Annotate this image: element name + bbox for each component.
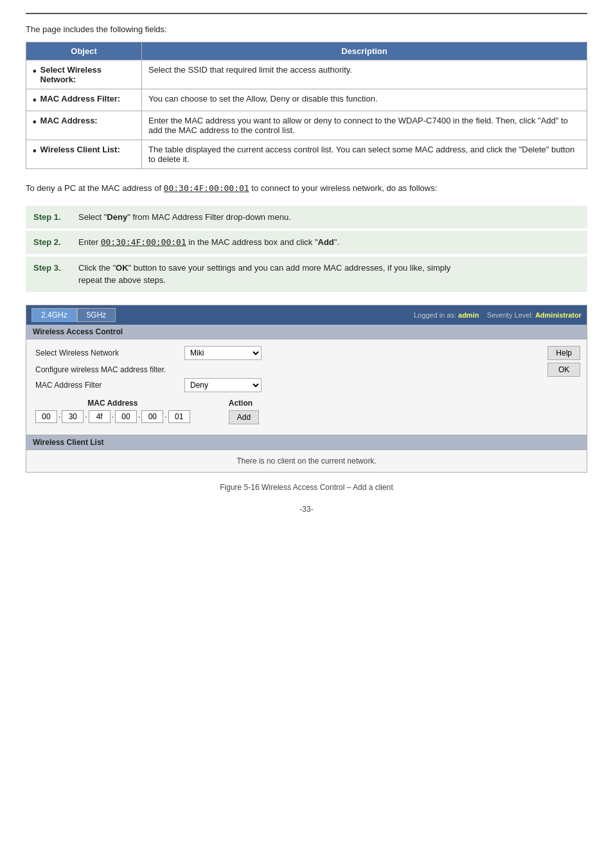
- step-2-mac: 00:30:4F:00:00:01: [101, 237, 186, 247]
- mac-filter-row: MAC Address Filter Deny: [35, 378, 578, 392]
- select-network-row: Select Wireless Network Miki: [35, 346, 578, 360]
- table-row: • Wireless Client List: The table displa…: [26, 140, 587, 169]
- mac-octet-1[interactable]: [35, 410, 57, 423]
- description-cell: The table displayed the current access c…: [142, 140, 587, 169]
- logged-in-info: Logged in as: admin Severity Level: Admi…: [414, 311, 582, 319]
- mac-octet-4[interactable]: [115, 410, 137, 423]
- step-1-row: Step 1. Select "Deny" from MAC Address F…: [26, 206, 587, 229]
- table-row: • MAC Address Filter: You can choose to …: [26, 89, 587, 111]
- router-panel: 2.4GHz 5GHz Logged in as: admin Severity…: [26, 305, 587, 473]
- side-buttons: Help OK: [547, 346, 580, 377]
- step-3-row: Step 3. Click the "OK" button to save yo…: [26, 257, 587, 292]
- step-2-label: Step 2.: [33, 236, 78, 249]
- bullet-icon: •: [33, 94, 37, 106]
- step-2-content: Enter 00:30:4F:00:00:01 in the MAC addre…: [78, 236, 339, 249]
- description-cell: Select the SSID that required limit the …: [142, 60, 587, 89]
- mac-fields-left: MAC Address · · · · ·: [35, 399, 190, 428]
- object-label: MAC Address:: [40, 116, 98, 125]
- mac-input-row: · · · · ·: [35, 410, 190, 423]
- table-row: • Select WirelessNetwork: Select the SSI…: [26, 60, 587, 89]
- mac-address-filter-label: MAC Address Filter: [35, 381, 177, 390]
- mac-address-highlight: 00:30:4F:00:00:01: [164, 183, 249, 193]
- mac-octet-3[interactable]: [89, 410, 111, 423]
- intro-text: The page includes the following fields:: [26, 24, 587, 34]
- mac-fields-area: MAC Address · · · · ·: [35, 399, 578, 428]
- description-cell: You can choose to set the Allow, Deny or…: [142, 89, 587, 111]
- step-3-label: Step 3.: [33, 262, 78, 275]
- mac-octet-6[interactable]: [168, 410, 190, 423]
- bullet-icon: •: [33, 116, 37, 128]
- deny-paragraph: To deny a PC at the MAC address of 00:30…: [26, 182, 587, 195]
- mac-action-area: Action Add: [229, 399, 259, 424]
- help-button[interactable]: Help: [547, 346, 580, 360]
- logged-in-user: admin: [458, 311, 479, 319]
- wireless-client-list-header: Wireless Client List: [26, 435, 587, 450]
- bullet-icon: •: [33, 145, 37, 157]
- page-number: -33-: [26, 505, 587, 514]
- select-network-label: Select Wireless Network: [35, 348, 177, 357]
- description-cell: Enter the MAC address you want to allow …: [142, 111, 587, 140]
- mac-address-col-header: MAC Address: [35, 399, 190, 408]
- tab-group: 2.4GHz 5GHz: [31, 308, 116, 322]
- client-list-body: There is no client on the current networ…: [26, 450, 587, 472]
- configure-label: Configure wireless MAC address filter.: [35, 365, 177, 374]
- figure-caption: Figure 5-16 Wireless Access Control – Ad…: [26, 483, 587, 492]
- table-row: • MAC Address: Enter the MAC address you…: [26, 111, 587, 140]
- col-object: Object: [26, 42, 142, 60]
- top-divider: [26, 13, 587, 14]
- tab-2-4ghz[interactable]: 2.4GHz: [31, 308, 77, 322]
- mac-address-area: MAC Address · · · · ·: [35, 399, 578, 428]
- steps-container: Step 1. Select "Deny" from MAC Address F…: [26, 206, 587, 292]
- object-label: MAC Address Filter:: [40, 94, 120, 104]
- configure-label-row: Configure wireless MAC address filter.: [35, 365, 578, 374]
- bullet-icon: •: [33, 65, 37, 77]
- step-1-label: Step 1.: [33, 211, 78, 224]
- select-network-dropdown[interactable]: Miki: [184, 346, 262, 360]
- severity-value: Administrator: [535, 311, 582, 319]
- no-client-message: There is no client on the current networ…: [236, 457, 376, 466]
- mac-octet-5[interactable]: [141, 410, 163, 423]
- ok-button[interactable]: OK: [547, 363, 580, 377]
- step-2-row: Step 2. Enter 00:30:4F:00:00:01 in the M…: [26, 231, 587, 254]
- step-1-content: Select "Deny" from MAC Address Filter dr…: [78, 211, 291, 224]
- fields-table: Object Description • Select WirelessNetw…: [26, 42, 587, 169]
- object-label: Select WirelessNetwork:: [40, 65, 102, 84]
- action-col-header: Action: [229, 399, 253, 408]
- panel-body-area: Help OK Select Wireless Network Miki Con…: [26, 339, 587, 435]
- add-button[interactable]: Add: [229, 410, 259, 424]
- wireless-access-control-body: Help OK Select Wireless Network Miki Con…: [26, 339, 587, 435]
- object-label: Wireless Client List:: [40, 145, 120, 154]
- tab-5ghz[interactable]: 5GHz: [77, 308, 116, 322]
- col-description: Description: [142, 42, 587, 60]
- mac-filter-dropdown[interactable]: Deny: [184, 378, 262, 392]
- wireless-access-control-header: Wireless Access Control: [26, 325, 587, 339]
- client-list-section: Wireless Client List There is no client …: [26, 435, 587, 472]
- mac-octet-2[interactable]: [62, 410, 84, 423]
- step-3-content: Click the "OK" button to save your setti…: [78, 262, 450, 287]
- tab-bar: 2.4GHz 5GHz Logged in as: admin Severity…: [26, 305, 587, 325]
